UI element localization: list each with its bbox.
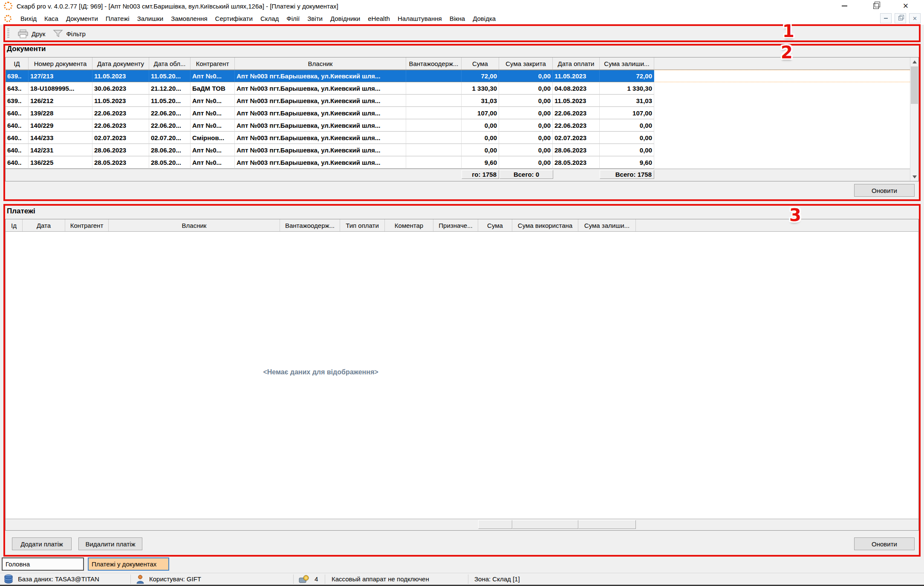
minimize-button[interactable]	[834, 0, 854, 12]
funnel-icon	[53, 29, 63, 38]
table-cell: 28.06.2023	[92, 144, 149, 156]
tab-payments-in-documents[interactable]: Платежі у документах	[88, 557, 169, 571]
sum-total-cell	[478, 520, 512, 529]
table-cell: 0,00	[462, 119, 499, 132]
documents-refresh-button[interactable]: Оновити	[854, 184, 915, 197]
column-header[interactable]: Тип оплати	[340, 219, 385, 231]
app-icon	[4, 2, 12, 10]
table-cell: 72,00	[462, 70, 499, 82]
documents-header-row: ІДНомер документаДата документуДата обл.…	[6, 57, 918, 70]
column-header[interactable]: Вантажоодерж...	[406, 57, 462, 69]
table-cell: 11.05.20...	[149, 70, 191, 82]
column-header[interactable]: Дата документу	[92, 57, 149, 69]
documents-grid: ІДНомер документаДата документуДата обл.…	[5, 57, 919, 181]
sum-used-total-cell	[512, 520, 578, 529]
table-cell: 0,00	[600, 119, 654, 132]
column-header[interactable]: Номер документа	[29, 57, 92, 69]
menu-item-3[interactable]: Платежі	[102, 15, 133, 22]
table-cell: Апт №003 пгт.Барышевка, ул.Киевский шля.…	[235, 144, 406, 156]
table-row[interactable]: 640..136/22528.05.202328.05.20...Апт №0.…	[6, 156, 918, 169]
column-header[interactable]: Контрагент	[65, 219, 109, 231]
column-header[interactable]: ІД	[6, 57, 29, 69]
menu-item-9[interactable]: Звіти	[303, 15, 326, 22]
menu-item-14[interactable]: Довідка	[469, 15, 500, 22]
column-header[interactable]: Сума залиши...	[578, 219, 636, 231]
table-row[interactable]: 640..142/23128.06.202328.06.20...Апт №0.…	[6, 144, 918, 156]
table-cell: 22.06.2023	[553, 119, 600, 132]
vertical-scrollbar[interactable]	[910, 57, 918, 181]
delete-payment-button[interactable]: Видалити платіж	[78, 537, 142, 550]
column-header[interactable]: Сума залиши...	[600, 57, 654, 69]
menu-item-8[interactable]: Філії	[283, 15, 303, 22]
scrollbar-thumb[interactable]	[911, 66, 918, 104]
table-cell: Апт №003 пгт.Барышевка, ул.Киевский шля.…	[235, 107, 406, 119]
table-cell: 0,00	[600, 144, 654, 156]
table-cell: 28.05.20...	[149, 156, 191, 169]
menu-item-4[interactable]: Залишки	[133, 15, 167, 22]
table-cell: Апт №0...	[191, 95, 235, 107]
menu-item-7[interactable]: Склад	[257, 15, 283, 22]
table-cell: 9,60	[462, 156, 499, 169]
menu-item-0[interactable]: Вихід	[17, 15, 40, 22]
payments-refresh-button[interactable]: Оновити	[854, 537, 915, 550]
table-cell: 0,00	[499, 95, 553, 107]
column-header[interactable]: Ід	[6, 219, 23, 231]
menu-item-1[interactable]: Каса	[40, 15, 62, 22]
table-cell: 28.05.2023	[92, 156, 149, 169]
table-cell: 639..	[6, 70, 29, 82]
status-divider	[325, 575, 325, 584]
menu-item-12[interactable]: Налаштування	[394, 15, 446, 22]
column-header[interactable]: Дата обл...	[149, 57, 191, 69]
close-button[interactable]: ×	[896, 0, 915, 12]
table-cell: 31,03	[600, 95, 654, 107]
column-header[interactable]: Сума	[478, 219, 512, 231]
empty-data-message: <Немає даних для відображення>	[6, 368, 636, 376]
cash-register-icon	[298, 574, 309, 584]
menu-item-5[interactable]: Замовлення	[167, 15, 211, 22]
mdi-minimize-button[interactable]	[880, 13, 892, 23]
menu-item-11[interactable]: eHealth	[364, 15, 394, 22]
column-header[interactable]: Дата	[23, 219, 65, 231]
print-button[interactable]: Друк	[14, 28, 49, 40]
table-row[interactable]: 639..127/21311.05.202311.05.20...Апт №0.…	[6, 70, 918, 82]
column-header[interactable]: Власник	[109, 219, 280, 231]
table-cell: 107,00	[462, 107, 499, 119]
menu-item-6[interactable]: Сертифікати	[211, 15, 257, 22]
column-header[interactable]: Коментар	[385, 219, 433, 231]
tab-main[interactable]: Головна	[2, 557, 84, 571]
mdi-close-button[interactable]: ✕	[909, 13, 921, 23]
mdi-restore-button[interactable]	[895, 13, 906, 23]
table-cell: 28.05.2023	[553, 156, 600, 169]
column-header[interactable]: Сума закрита	[499, 57, 553, 69]
filter-button[interactable]: Фільтр	[49, 28, 89, 39]
table-cell: 139/228	[29, 107, 92, 119]
table-cell: 31,03	[462, 95, 499, 107]
column-header[interactable]: Власник	[235, 57, 406, 69]
table-row[interactable]: 640..144/23302.07.202302.07.20...Смірнов…	[6, 132, 918, 144]
menu-item-2[interactable]: Документи	[62, 15, 102, 22]
table-row[interactable]: 640..139/22822.06.202322.06.20...Апт №0.…	[6, 107, 918, 119]
column-header[interactable]: Призначе...	[433, 219, 478, 231]
table-cell: 639..	[6, 95, 29, 107]
table-row[interactable]: 643..18-U1089995...30.06.202321.12.20...…	[6, 82, 918, 95]
user-status: Користувач: GIFT	[149, 575, 201, 583]
column-header[interactable]: Вантажоодерж...	[280, 219, 340, 231]
scroll-down-button[interactable]	[910, 172, 918, 181]
table-row[interactable]: 639..126/21211.05.202311.05.20...Апт №0.…	[6, 95, 918, 107]
column-header[interactable]: Сума використана	[512, 219, 578, 231]
column-header[interactable]: Дата оплати	[553, 57, 600, 69]
table-cell: 142/231	[29, 144, 92, 156]
menu-item-13[interactable]: Вікна	[446, 15, 469, 22]
toolbar-grip[interactable]	[7, 29, 9, 39]
table-cell	[406, 132, 462, 144]
scroll-up-button[interactable]	[910, 57, 918, 66]
status-divider	[468, 575, 468, 584]
table-cell: 11.05.20...	[149, 95, 191, 107]
column-header[interactable]: Контрагент	[191, 57, 235, 69]
column-header[interactable]: Сума	[462, 57, 499, 69]
add-payment-button[interactable]: Додати платіж	[12, 537, 72, 550]
table-row[interactable]: 640..140/22922.06.202322.06.20...Апт №0.…	[6, 119, 918, 132]
table-cell: 22.06.20...	[149, 119, 191, 132]
restore-button[interactable]	[866, 0, 886, 12]
menu-item-10[interactable]: Довідники	[326, 15, 364, 22]
